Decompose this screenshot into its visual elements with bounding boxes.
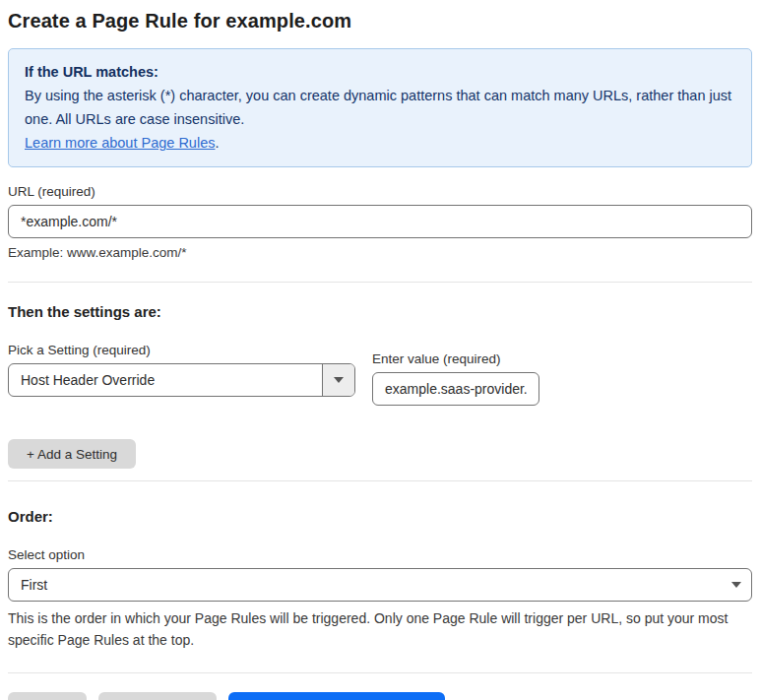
- pick-setting-select[interactable]: Host Header Override: [8, 363, 355, 397]
- info-box-link-line: Learn more about Page Rules.: [25, 131, 735, 155]
- settings-section-heading: Then the settings are:: [8, 303, 752, 320]
- create-page-rule-form: Create a Page Rule for example.com If th…: [0, 0, 760, 700]
- chevron-down-icon: [722, 569, 751, 601]
- settings-row: Pick a Setting (required) Host Header Ov…: [8, 343, 752, 406]
- footer-action-bar: Cancel Save as Draft Save and Deploy Pag…: [8, 692, 752, 700]
- link-period: .: [215, 135, 219, 151]
- divider: [8, 480, 752, 481]
- add-setting-button[interactable]: + Add a Setting: [8, 439, 136, 469]
- info-box-body: By using the asterisk (*) character, you…: [25, 84, 735, 131]
- divider: [8, 282, 752, 283]
- enter-value-label: Enter value (required): [372, 351, 539, 366]
- url-input[interactable]: [8, 205, 752, 238]
- divider: [8, 672, 752, 673]
- order-section-heading: Order:: [8, 508, 752, 525]
- url-example-helper: Example: www.example.com/*: [8, 245, 752, 260]
- pick-setting-selected-value: Host Header Override: [9, 364, 322, 396]
- pick-setting-column: Pick a Setting (required) Host Header Ov…: [8, 343, 355, 406]
- save-as-draft-button[interactable]: Save as Draft: [98, 692, 217, 700]
- learn-more-link[interactable]: Learn more about Page Rules: [25, 135, 215, 151]
- cancel-button[interactable]: Cancel: [8, 692, 87, 700]
- order-select-label: Select option: [8, 547, 752, 562]
- url-match-info-box: If the URL matches: By using the asteris…: [8, 48, 752, 167]
- save-and-deploy-button[interactable]: Save and Deploy Page Rule: [228, 692, 445, 700]
- page-title: Create a Page Rule for example.com: [8, 10, 752, 32]
- pick-setting-label: Pick a Setting (required): [8, 343, 355, 357]
- info-box-heading: If the URL matches:: [25, 60, 735, 84]
- order-select[interactable]: First: [8, 568, 752, 602]
- enter-value-column: Enter value (required): [372, 351, 539, 406]
- url-label: URL (required): [8, 184, 752, 199]
- setting-value-input[interactable]: [372, 372, 539, 406]
- order-selected-value: First: [9, 569, 722, 601]
- order-helper-text: This is the order in which your Page Rul…: [8, 607, 744, 651]
- chevron-down-icon: [322, 364, 354, 396]
